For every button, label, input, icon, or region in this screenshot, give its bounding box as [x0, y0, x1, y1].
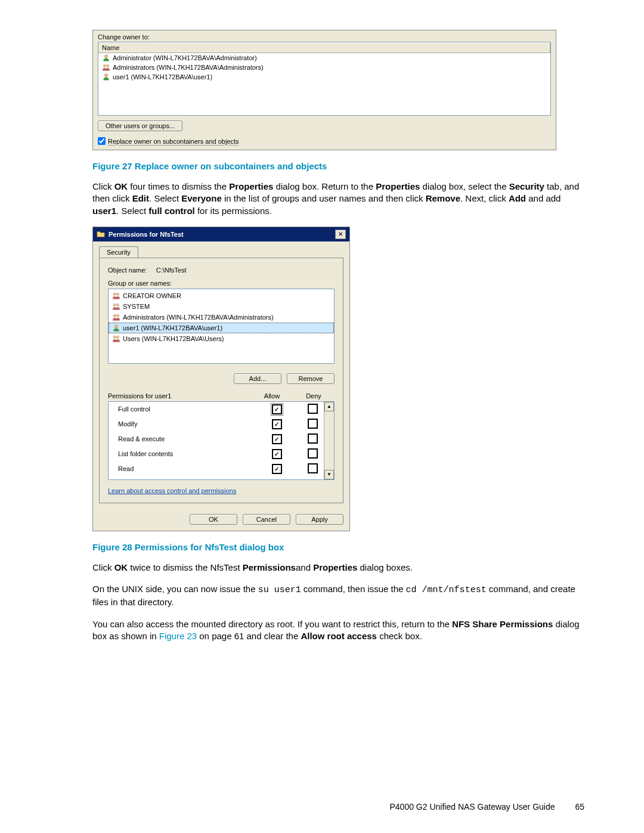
group-icon: [102, 63, 110, 72]
perm-name: Read & execute: [118, 435, 259, 442]
apply-button[interactable]: Apply: [296, 514, 343, 525]
add-button[interactable]: Add...: [234, 373, 281, 384]
learn-link[interactable]: Learn about access control and permissio…: [108, 487, 236, 494]
close-button[interactable]: ✕: [335, 230, 346, 239]
doc-title: P4000 G2 Unified NAS Gateway User Guide: [390, 802, 555, 812]
page-footer: P4000 G2 Unified NAS Gateway User Guide …: [390, 802, 585, 812]
folder-icon: [97, 230, 105, 239]
owner-name: user1 (WIN-L7KH172BAVA\user1): [113, 73, 212, 80]
owner-name: Administrators (WIN-L7KH172BAVA\Administ…: [113, 64, 264, 71]
remove-button[interactable]: Remove: [287, 373, 335, 384]
allow-checkbox[interactable]: ✓: [272, 449, 282, 459]
list-item[interactable]: CREATOR OWNER: [109, 290, 334, 301]
list-item[interactable]: Users (WIN-L7KH172BAVA\Users): [109, 333, 334, 344]
scrollbar[interactable]: ▲ ▼: [324, 402, 334, 479]
deny-header: Deny: [293, 392, 335, 400]
paragraph-4: You can also access the mounted director…: [92, 618, 584, 643]
deny-checkbox[interactable]: [308, 404, 318, 414]
owner-list-header[interactable]: Name: [98, 43, 550, 53]
figure-28-caption: Figure 28 Permissions for NfsTest dialog…: [92, 542, 584, 552]
group-list-label: Group or user names:: [108, 280, 335, 287]
figure-27-caption: Figure 27 Replace owner on subcontainers…: [92, 161, 584, 171]
object-name-label: Object name:: [108, 267, 147, 274]
deny-checkbox[interactable]: [308, 433, 318, 444]
perm-name: Read: [118, 465, 259, 472]
owner-list[interactable]: Name Administrator (WIN-L7KH172BAVA\Admi…: [98, 42, 551, 116]
allow-header: Allow: [251, 392, 293, 400]
page-number: 65: [575, 802, 584, 812]
change-owner-panel: Change owner to: Name Administrator (WIN…: [92, 30, 556, 150]
owner-row[interactable]: Administrator (WIN-L7KH172BAVA\Administr…: [98, 53, 550, 63]
figure-23-link[interactable]: Figure 23: [159, 631, 197, 641]
perm-name: List folder contents: [118, 450, 259, 457]
object-name-value: C:\NfsTest: [156, 267, 187, 274]
owner-row[interactable]: Administrators (WIN-L7KH172BAVA\Administ…: [98, 63, 550, 72]
deny-checkbox[interactable]: [308, 463, 318, 473]
perm-name: Modify: [118, 420, 259, 428]
owner-row[interactable]: user1 (WIN-L7KH172BAVA\user1): [98, 72, 550, 82]
paragraph-1: Click OK four times to dismiss the Prope…: [92, 181, 584, 217]
deny-checkbox[interactable]: [308, 419, 318, 429]
allow-checkbox[interactable]: ✓: [272, 464, 282, 474]
allow-checkbox[interactable]: ✓: [272, 404, 282, 414]
ok-button[interactable]: OK: [190, 514, 237, 525]
cancel-button[interactable]: Cancel: [243, 514, 290, 525]
scroll-up-icon[interactable]: ▲: [324, 402, 334, 411]
user-icon: [102, 73, 110, 81]
list-item[interactable]: user1 (WIN-L7KH172BAVA\user1): [109, 323, 334, 333]
allow-checkbox[interactable]: ✓: [272, 434, 282, 444]
group-icon: [112, 335, 120, 343]
titlebar[interactable]: Permissions for NfsTest ✕: [93, 227, 349, 241]
list-item[interactable]: Administrators (WIN-L7KH172BAVA\Administ…: [109, 312, 334, 323]
owner-name: Administrator (WIN-L7KH172BAVA\Administr…: [113, 54, 257, 61]
scroll-down-icon[interactable]: ▼: [324, 470, 334, 479]
paragraph-3: On the UNIX side, you can now issue the …: [92, 583, 584, 609]
allow-checkbox[interactable]: ✓: [272, 419, 282, 429]
security-tab[interactable]: Security: [99, 246, 138, 258]
group-user-list[interactable]: CREATOR OWNER SYSTEM Administrators (WIN…: [108, 289, 335, 364]
group-icon: [112, 292, 120, 300]
list-item[interactable]: SYSTEM: [109, 301, 334, 312]
permissions-list: Full control✓ Modify✓ Read & execute✓ Li…: [108, 401, 335, 480]
permissions-for-label: Permissions for user1: [108, 392, 251, 400]
user-icon: [102, 54, 110, 62]
group-icon: [112, 313, 120, 321]
dialog-title: Permissions for NfsTest: [109, 231, 184, 238]
deny-checkbox[interactable]: [308, 448, 318, 459]
user-icon: [112, 324, 120, 332]
other-users-button[interactable]: Other users or groups...: [98, 120, 182, 131]
group-icon: [112, 302, 120, 311]
replace-owner-checkbox[interactable]: [98, 137, 106, 145]
paragraph-2: Click OK twice to dismiss the NfsTest Pe…: [92, 562, 584, 574]
replace-owner-label: Replace owner on subcontainers and objec…: [108, 138, 239, 145]
perm-name: Full control: [118, 405, 259, 413]
permissions-dialog: Permissions for NfsTest ✕ Security Objec…: [92, 227, 350, 531]
change-owner-label: Change owner to:: [98, 33, 551, 41]
